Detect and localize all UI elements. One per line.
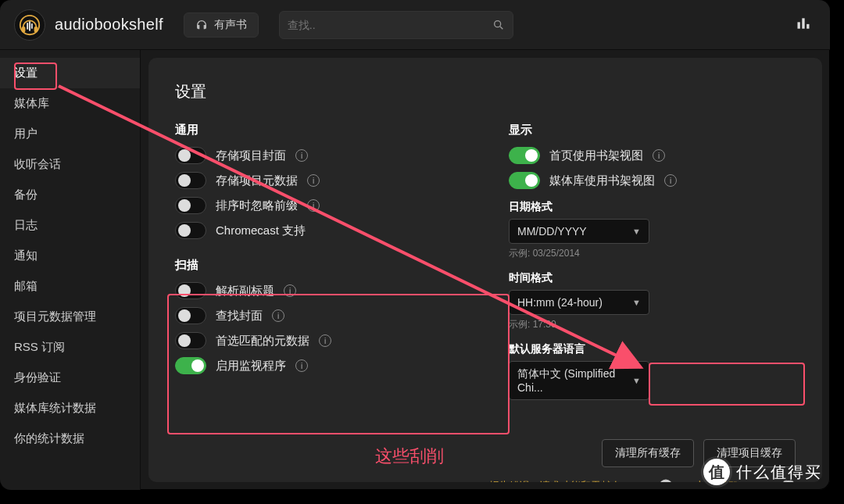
info-icon[interactable]: i: [284, 284, 296, 297]
library-label: 有声书: [214, 18, 247, 32]
toggle-enable-watcher[interactable]: [175, 357, 206, 374]
info-icon[interactable]: i: [307, 199, 320, 212]
library-selector[interactable]: 有声书: [184, 13, 259, 38]
info-icon[interactable]: i: [295, 359, 308, 372]
chevron-down-icon: ▼: [632, 227, 641, 236]
svg-rect-5: [31, 23, 33, 29]
row-label: 媒体库使用书架视图: [549, 173, 655, 188]
sidebar-item-yourstats[interactable]: 你的统计数据: [0, 424, 140, 454]
row-label: 解析副标题: [216, 284, 274, 298]
svg-rect-1: [22, 26, 26, 32]
sidebar-item-auth[interactable]: 身份验证: [0, 363, 140, 393]
sidebar-item-label: 用户: [14, 127, 38, 140]
main-panel: 设置 通用 存储项目封面 i 存储项目元数据 i: [148, 58, 822, 482]
row-label: 启用监视程序: [216, 359, 286, 374]
github-icon[interactable]: [658, 478, 674, 482]
app-logo[interactable]: [14, 9, 45, 41]
row-enable-watcher: 启用监视程序 i: [175, 357, 462, 374]
time-example: 示例: 17:30: [509, 318, 796, 331]
sidebar-item-logs[interactable]: 日志: [0, 210, 140, 241]
date-format-label: 日期格式: [509, 200, 796, 214]
row-sort-prefix: 排序时忽略前缀 i: [175, 197, 462, 214]
info-icon[interactable]: i: [295, 149, 308, 162]
footer-links: 报告错误、请求功能和贡献在 github 加入我们 discord: [175, 478, 796, 482]
sidebar-item-label: 收听会话: [14, 157, 61, 170]
sidebar-item-label: 媒体库统计数据: [14, 401, 96, 414]
chevron-down-icon: ▼: [632, 376, 641, 385]
sidebar-item-label: RSS 订阅: [14, 340, 65, 353]
row-store-cover: 存储项目封面 i: [175, 147, 462, 164]
info-icon[interactable]: i: [272, 309, 284, 322]
row-label: 首选匹配的元数据: [216, 334, 309, 349]
headphones-small-icon: [195, 19, 208, 31]
svg-rect-9: [802, 18, 804, 28]
row-find-cover: 查找封面 i: [175, 307, 462, 324]
info-icon[interactable]: i: [307, 174, 320, 187]
github-link[interactable]: github: [626, 481, 653, 483]
sidebar-item-metadata[interactable]: 项目元数据管理: [0, 302, 140, 332]
sidebar-item-rss[interactable]: RSS 订阅: [0, 332, 140, 363]
date-format-select[interactable]: MM/DD/YYYY ▼: [509, 219, 649, 244]
toggle-store-meta[interactable]: [175, 172, 206, 189]
stats-button[interactable]: [791, 11, 816, 39]
sidebar-item-libstats[interactable]: 媒体库统计数据: [0, 393, 140, 424]
info-icon[interactable]: i: [664, 174, 677, 187]
info-icon[interactable]: i: [319, 334, 331, 347]
sidebar-item-backups[interactable]: 备份: [0, 180, 140, 210]
toggle-store-cover[interactable]: [175, 147, 206, 164]
header: audiobookshelf 有声书: [0, 0, 830, 50]
discord-link[interactable]: discord: [742, 481, 775, 483]
date-format-value: MM/DD/YYYY: [517, 225, 587, 238]
svg-rect-8: [798, 22, 800, 28]
footer-report-text: 报告错误、请求功能和贡献在: [489, 479, 621, 482]
svg-rect-4: [29, 21, 30, 30]
section-general-head: 通用: [175, 123, 462, 138]
sidebar-item-sessions[interactable]: 收听会话: [0, 149, 140, 180]
sidebar-item-label: 日志: [14, 218, 38, 231]
toggle-home-bookshelf[interactable]: [509, 147, 540, 164]
sidebar-item-notifications[interactable]: 通知: [0, 241, 140, 271]
col-left: 通用 存储项目封面 i 存储项目元数据 i 排序时忽略前缀 i: [175, 118, 462, 400]
row-store-meta: 存储项目元数据 i: [175, 172, 462, 189]
sidebar-item-users[interactable]: 用户: [0, 119, 140, 149]
headphones-icon: [18, 13, 41, 37]
toggle-lib-bookshelf[interactable]: [509, 172, 540, 189]
sidebar-item-label: 身份验证: [14, 370, 61, 384]
app-title[interactable]: audiobookshelf: [55, 16, 163, 34]
page-title: 设置: [175, 81, 796, 102]
sidebar-item-label: 媒体库: [14, 96, 49, 109]
sidebar-item-email[interactable]: 邮箱: [0, 271, 140, 302]
discord-icon[interactable]: [780, 478, 796, 482]
toggle-prefer-matched[interactable]: [175, 332, 206, 349]
purge-items-button[interactable]: 清理项目缓存: [703, 439, 796, 467]
svg-point-6: [494, 20, 500, 27]
row-label: 排序时忽略前缀: [216, 198, 298, 213]
sidebar-item-label: 通知: [14, 248, 38, 262]
sidebar-item-settings[interactable]: 设置: [0, 58, 140, 88]
svg-rect-10: [806, 23, 809, 28]
toggle-sort-prefix[interactable]: [175, 197, 206, 214]
sidebar-item-libraries[interactable]: 媒体库: [0, 88, 140, 119]
lang-select[interactable]: 简体中文 (Simplified Chi... ▼: [509, 361, 649, 400]
toggle-find-cover[interactable]: [175, 307, 206, 324]
lang-value: 简体中文 (Simplified Chi...: [517, 367, 632, 394]
search-box[interactable]: [279, 11, 513, 39]
chevron-down-icon: ▼: [632, 298, 641, 307]
purge-all-button[interactable]: 清理所有缓存: [602, 439, 694, 467]
sidebar-item-label: 设置: [14, 66, 38, 79]
row-lib-bookshelf: 媒体库使用书架视图 i: [509, 172, 796, 189]
row-label: 存储项目元数据: [216, 173, 298, 188]
time-format-select[interactable]: HH:mm (24-hour) ▼: [509, 290, 649, 315]
info-icon[interactable]: i: [653, 149, 665, 162]
date-example: 示例: 03/25/2014: [509, 247, 796, 260]
toggle-chromecast[interactable]: [175, 222, 206, 239]
col-right: 显示 首页使用书架视图 i 媒体库使用书架视图 i 日期格式 MM/DD/YYY…: [509, 118, 796, 400]
row-parse-subtitle: 解析副标题 i: [175, 282, 462, 299]
row-chromecast: Chromecast 支持: [175, 222, 462, 239]
search-input[interactable]: [288, 19, 492, 31]
toggle-parse-subtitle[interactable]: [175, 282, 206, 299]
row-label: 存储项目封面: [216, 148, 286, 163]
sidebar-item-label: 你的统计数据: [14, 431, 84, 445]
section-scan-head: 扫描: [175, 258, 462, 273]
row-prefer-matched: 首选匹配的元数据 i: [175, 332, 462, 349]
